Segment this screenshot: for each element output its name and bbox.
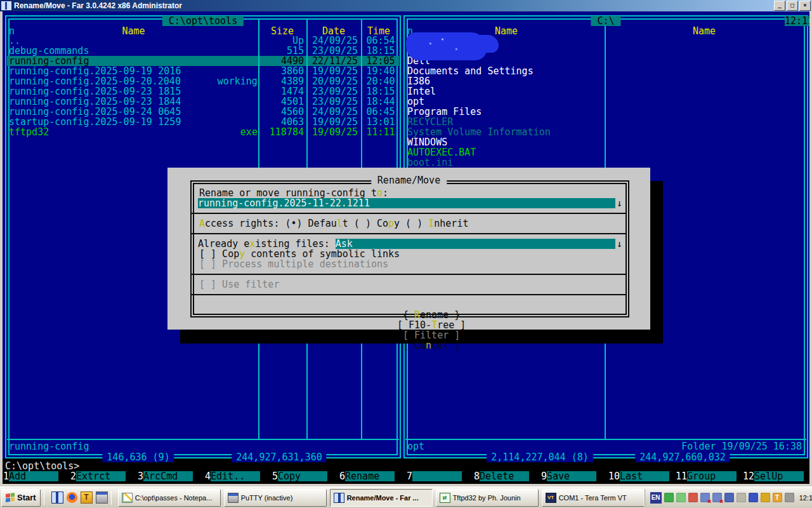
left-header-name[interactable]: Name (9, 26, 258, 36)
fkey-10-last[interactable]: 10Last (608, 471, 675, 483)
file-row[interactable]: running-config.2025-09-192016386019/09/2… (7, 66, 399, 76)
tftpd-icon: ⇄ (440, 493, 450, 503)
fkey-1-add[interactable]: 1Add (3, 471, 70, 483)
tray-volume-icon[interactable] (737, 493, 746, 502)
fkey-9-save[interactable]: 9Save (540, 471, 608, 483)
target-name-input[interactable]: running-config.2025-11-22.1211 (198, 198, 615, 208)
file-row[interactable]: running-config.2025-09-20.2040working438… (7, 76, 399, 86)
taskbar-button-putty[interactable]: PuTTY (inactive) (224, 489, 327, 507)
quicklaunch-firefox-icon[interactable] (67, 492, 77, 503)
teraterm-icon: VT (546, 493, 556, 503)
file-row[interactable]: running-config.2025-09-240645456024/09/2… (7, 107, 399, 117)
task-buttons: C:\opt\passes - Notepa...PuTTY (inactive… (115, 489, 645, 507)
start-button[interactable]: Start (1, 489, 41, 507)
file-row[interactable]: running-config449022/11/2512:05 (7, 56, 399, 66)
file-row[interactable]: Program Files (405, 107, 806, 117)
tray-dual-display-icon[interactable] (724, 493, 734, 502)
quicklaunch-t-tool-icon[interactable]: T (81, 491, 93, 504)
filter-button: [ Filter ] (403, 330, 460, 340)
file-row[interactable]: running-config.2025-09-231844450123/09/2… (7, 97, 399, 107)
quicklaunch-putty-icon[interactable] (96, 491, 108, 504)
taskbar-button-teraterm[interactable]: VTCOM1 - Tera Term VT (542, 489, 645, 507)
existing-files-combo[interactable]: Ask (336, 239, 615, 249)
notepad-icon (122, 493, 133, 503)
fkey-11-group[interactable]: 11Group (675, 471, 742, 483)
file-row[interactable]: Documents and Settings (405, 66, 806, 76)
quicklaunch-far-icon[interactable] (51, 491, 63, 504)
tray-network-disconnected-2-icon[interactable]: × (712, 493, 722, 502)
file-row[interactable]: opt (405, 97, 806, 107)
left-panel-path[interactable]: C:\opt\tools (162, 16, 244, 26)
file-row[interactable]: running-config.2025-09-231815147423/09/2… (7, 86, 399, 97)
file-row[interactable]: debug-commands51523/09/2518:15 (7, 46, 399, 56)
window-frame: C:\opt\tools n Name Size Date Time ..Up2… (0, 11, 812, 486)
copy-symlinks-checkbox[interactable]: [ ] Copy contents of symbolic links (199, 249, 400, 259)
fkey-5-copy[interactable]: 5Copy (272, 471, 339, 483)
multiple-destinations-checkbox: [ ] Process multiple destinations (199, 259, 388, 269)
task-label: Tftpd32 by Ph. Jounin (453, 494, 521, 502)
file-row[interactable]: AUTOEXEC.BAT (405, 147, 806, 157)
file-row[interactable]: WINDOWS (405, 137, 806, 147)
use-filter-checkbox: [ ] Use filter (199, 279, 279, 290)
language-indicator[interactable]: EN (650, 492, 662, 504)
cancel-button[interactable]: [ Cancel ] (403, 340, 460, 351)
screen: Rename/Move - Far 3.0.4242 x86 Administr… (0, 0, 812, 508)
status-separator (7, 439, 399, 440)
right-footer-free-space: 244,927,660,032 (635, 452, 730, 462)
rename-move-dialog: Rename/Move Rename or move running-confi… (167, 168, 650, 330)
dialog-title: Rename/Move (371, 175, 447, 185)
right-header-name-2[interactable]: Name (606, 26, 802, 36)
task-label: Rename/Move - Far ... (347, 494, 419, 502)
fkey-3-arccmd[interactable]: 3ArcCmd (137, 471, 204, 483)
function-key-bar: 1Add2Extrct3ArcCmd4Edit..5Copy6Rename78D… (3, 471, 809, 483)
access-rights-radios[interactable]: Access rights: (•) Default ( ) Copy ( ) … (199, 218, 468, 229)
tray-tftpd-server-icon[interactable] (676, 493, 686, 502)
right-footer-selected-size: 2,114,227,044 (8) (487, 452, 593, 462)
file-row[interactable]: tftpd32exe11878419/09/2511:11 (7, 127, 399, 137)
taskbar-button-far[interactable]: Rename/Move - Far ... (330, 489, 433, 507)
rename-button[interactable]: { Rename } (403, 310, 460, 320)
file-row[interactable]: System Volume Information (405, 127, 806, 137)
taskbar-clock[interactable]: 12:11 (799, 494, 812, 502)
far-app-icon (1, 1, 11, 10)
taskbar-divider (111, 491, 112, 505)
fkey-4-edit[interactable]: 4Edit.. (204, 471, 272, 483)
file-row[interactable]: Intel (405, 86, 806, 97)
file-row[interactable]: boot.ini (405, 157, 806, 168)
tray-modem-icon[interactable] (785, 493, 794, 502)
combo-dropdown-arrow[interactable]: ↓ (617, 239, 624, 249)
quick-launch: T (51, 491, 108, 504)
fkey-8-delete[interactable]: 8Delete (473, 471, 540, 483)
far-clock: 12:11 (785, 16, 809, 26)
right-panel-path[interactable]: C:\ (591, 16, 620, 26)
maximize-button[interactable]: □ (787, 1, 798, 11)
file-row[interactable]: I386 (405, 76, 806, 86)
minimize-button[interactable]: _ (774, 1, 785, 11)
close-button[interactable]: × (799, 1, 811, 11)
tray-messenger-icon[interactable] (749, 493, 758, 502)
taskbar-button-tftpd[interactable]: ⇄Tftpd32 by Ph. Jounin (436, 489, 539, 507)
task-label: C:\opt\passes - Notepa... (135, 494, 213, 502)
file-row[interactable]: ..Up24/09/2506:54 (7, 36, 399, 46)
dialog-buttons: { Rename } [ F10-Tree ] [ Filter ] [ Can… (190, 300, 627, 361)
tray-updates-shield-icon[interactable] (664, 493, 674, 502)
history-dropdown-arrow[interactable]: ↓ (617, 198, 624, 208)
tray-display-settings-icon[interactable] (688, 493, 698, 502)
putty-icon (228, 493, 239, 503)
file-row[interactable]: RECYCLER (405, 117, 806, 127)
fkey-12-selup[interactable]: 12SelUp (742, 471, 809, 483)
file-row[interactable]: startup-config.2025-09-191259406319/09/2… (7, 117, 399, 127)
tray-t-tool-icon[interactable]: T (773, 493, 782, 502)
status-separator (405, 439, 806, 440)
tray-serial-cable-icon[interactable] (761, 493, 770, 502)
fkey-7[interactable]: 7 (406, 471, 473, 483)
f10-tree-button[interactable]: [ F10-Tree ] (397, 320, 466, 330)
tray-network-disconnected-1-icon[interactable]: × (700, 493, 710, 502)
fkey-6-rename[interactable]: 6Rename (339, 471, 406, 483)
dialog-separator (190, 213, 627, 214)
fkey-2-extrct[interactable]: 2Extrct (70, 471, 137, 483)
windows-flag-icon (6, 493, 15, 502)
command-line[interactable]: C:\opt\tools> (5, 461, 79, 471)
censored-scribble (406, 32, 487, 60)
taskbar-button-notepad[interactable]: C:\opt\passes - Notepa... (118, 489, 221, 507)
